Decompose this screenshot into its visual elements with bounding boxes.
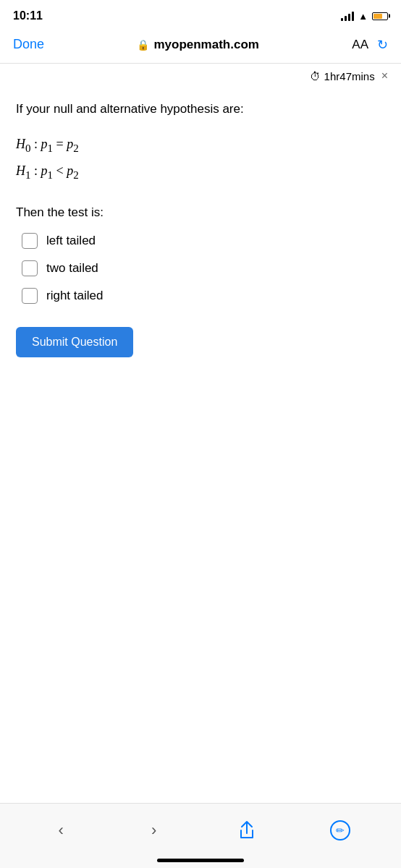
forward-chevron-icon: › bbox=[151, 821, 156, 840]
back-chevron-icon: ‹ bbox=[59, 821, 64, 840]
lock-icon: 🔒 bbox=[137, 39, 149, 51]
back-button[interactable]: ‹ bbox=[43, 814, 79, 846]
timer-icon: ⏱ bbox=[310, 70, 321, 82]
h1-text: H1 : p1 < p2 bbox=[16, 158, 79, 185]
share-button[interactable] bbox=[229, 814, 265, 846]
nav-controls: AA ↻ bbox=[352, 37, 388, 53]
battery-icon bbox=[372, 12, 388, 20]
label-right-tailed: right tailed bbox=[46, 289, 103, 303]
then-text: Then the test is: bbox=[16, 205, 385, 220]
status-icons: ▲ bbox=[341, 11, 388, 22]
label-two-tailed: two tailed bbox=[46, 261, 98, 276]
site-title: myopenmath.com bbox=[153, 38, 258, 52]
h0-text: H0 : p1 = p2 bbox=[16, 132, 79, 158]
main-content: If your null and alternative hypothesis … bbox=[0, 88, 401, 369]
pencil-button[interactable]: ✏ bbox=[322, 814, 358, 846]
status-time: 10:11 bbox=[13, 9, 43, 22]
submit-button[interactable]: Submit Question bbox=[16, 327, 133, 357]
timer-close-button[interactable]: × bbox=[381, 69, 388, 82]
aa-button[interactable]: AA bbox=[352, 38, 368, 52]
share-icon bbox=[238, 820, 256, 841]
h0-line: H0 : p1 = p2 bbox=[16, 132, 385, 158]
option-left-tailed[interactable]: left tailed bbox=[22, 233, 385, 249]
timer-value: 1hr47mins bbox=[324, 70, 375, 82]
bottom-nav: ‹ › ✏ bbox=[0, 803, 401, 868]
status-bar: 10:11 ▲ bbox=[0, 0, 401, 29]
h1-line: H1 : p1 < p2 bbox=[16, 158, 385, 185]
hypothesis-block: H0 : p1 = p2 H1 : p1 < p2 bbox=[16, 132, 385, 185]
pencil-circle-icon: ✏ bbox=[330, 820, 350, 841]
signal-icon bbox=[341, 11, 354, 21]
home-indicator bbox=[157, 859, 244, 862]
timer-banner: ⏱ 1hr47mins × bbox=[0, 64, 401, 88]
nav-bar: Done 🔒 myopenmath.com AA ↻ bbox=[0, 29, 401, 64]
forward-button[interactable]: › bbox=[136, 814, 172, 846]
option-two-tailed[interactable]: two tailed bbox=[22, 260, 385, 276]
radio-left-tailed[interactable] bbox=[22, 233, 38, 249]
timer-display: ⏱ 1hr47mins × bbox=[310, 69, 388, 82]
wifi-icon: ▲ bbox=[358, 11, 368, 22]
nav-title: 🔒 myopenmath.com bbox=[137, 38, 258, 52]
radio-right-tailed[interactable] bbox=[22, 288, 38, 304]
option-right-tailed[interactable]: right tailed bbox=[22, 288, 385, 304]
refresh-button[interactable]: ↻ bbox=[377, 37, 388, 53]
question-intro: If your null and alternative hypothesis … bbox=[16, 100, 385, 119]
radio-two-tailed[interactable] bbox=[22, 260, 38, 276]
label-left-tailed: left tailed bbox=[46, 234, 96, 248]
done-button[interactable]: Done bbox=[13, 37, 44, 52]
radio-group: left tailed two tailed right tailed bbox=[16, 233, 385, 304]
